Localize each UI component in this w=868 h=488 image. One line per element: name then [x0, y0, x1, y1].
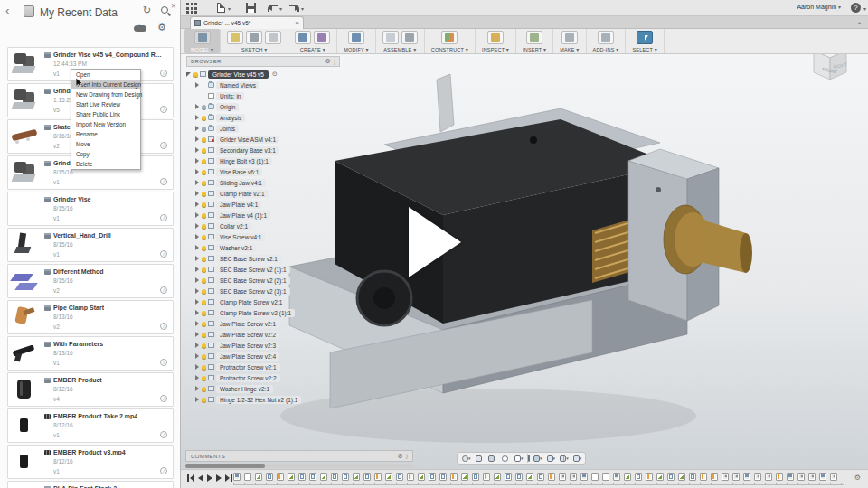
node-label[interactable]: Vise Screw v4:1	[216, 233, 265, 241]
node-label[interactable]: SEC Base Screw v2 (1):1	[216, 266, 290, 274]
browser-tree-row[interactable]: Named Views	[186, 80, 340, 90]
node-label[interactable]: Protractor Screw v2:1	[216, 363, 280, 371]
data-panel-close-icon[interactable]: ×	[171, 1, 176, 11]
timeline-feature-icon[interactable]	[298, 473, 306, 481]
ribbon-group[interactable]: ASSEMBLE ▾	[376, 29, 425, 53]
timeline-feature-icon[interactable]	[429, 473, 436, 481]
info-icon[interactable]: i	[160, 214, 167, 221]
help-icon[interactable]: ?	[851, 3, 861, 13]
expand-triangle-icon[interactable]	[195, 191, 199, 196]
search-icon[interactable]	[161, 6, 168, 14]
step-back-button[interactable]	[198, 474, 203, 482]
timeline-feature-icon[interactable]	[353, 473, 360, 481]
rect-icon[interactable]	[265, 31, 281, 44]
root-node-label[interactable]: Grinder Vise v45 v5	[208, 70, 269, 79]
timeline-feature-icon[interactable]	[613, 473, 620, 481]
node-label[interactable]: Jaw Plate v4 (1):1	[216, 211, 270, 220]
browser-tree-row[interactable]: Vise Screw v4:1	[186, 231, 340, 242]
expand-triangle-icon[interactable]	[195, 234, 199, 239]
video-play-icon[interactable]	[409, 207, 461, 277]
nav-tool[interactable]: ▾	[559, 455, 569, 463]
timeline-feature-icon[interactable]	[331, 473, 338, 481]
visibility-bulb-icon[interactable]	[202, 354, 206, 359]
expand-triangle-icon[interactable]	[195, 375, 199, 380]
box-icon[interactable]	[295, 31, 311, 44]
timeline-feature-icon[interactable]	[732, 473, 740, 481]
node-label[interactable]: Hinge 1/2-32 Hex Nut v2 (1):1	[216, 396, 301, 404]
nav-tool[interactable]: ▾	[487, 455, 497, 463]
ribbon-group[interactable]: SELECT ▾	[626, 29, 664, 53]
timeline-feature-icon[interactable]	[548, 473, 555, 481]
timeline-feature-icon[interactable]	[689, 473, 696, 481]
node-label[interactable]: Origin	[216, 103, 239, 111]
timeline-feature-icon[interactable]	[450, 473, 458, 481]
browser-gear-icon[interactable]: ⚙	[325, 57, 330, 66]
browser-root-row[interactable]: Grinder Vise v45 v5 ⊙	[186, 69, 340, 80]
visibility-bulb-icon[interactable]	[193, 72, 198, 77]
node-label[interactable]: Vise Base v6:1	[216, 168, 262, 176]
visibility-bulb-icon[interactable]	[202, 148, 206, 153]
expand-triangle-icon[interactable]	[195, 82, 199, 88]
visibility-bulb-icon[interactable]	[202, 398, 206, 402]
ribbon-group[interactable]: MAKE ▾	[553, 29, 586, 53]
visibility-bulb-icon[interactable]	[202, 267, 206, 272]
browser-tree-row[interactable]: Washer v2:1	[186, 242, 340, 253]
timeline-feature-icon[interactable]	[494, 473, 501, 481]
nav-tool-icon[interactable]	[572, 455, 580, 463]
visibility-bulb-icon[interactable]	[202, 235, 206, 239]
browser-tree-row[interactable]: Analysis	[186, 112, 340, 123]
visibility-bulb-icon[interactable]	[202, 137, 206, 142]
list-item[interactable]: EMBER Product 8/12/16 v4 i	[7, 372, 174, 407]
timeline-feature-icon[interactable]	[418, 473, 425, 481]
ribbon-group[interactable]: CONSTRUCT ▾	[425, 29, 476, 53]
node-label[interactable]: Clamp Plate Screw v2 (1):1	[216, 309, 295, 317]
undo-icon[interactable]	[268, 5, 278, 12]
comments-gear-icon[interactable]: ⚙	[397, 452, 402, 461]
browser-header[interactable]: BROWSER ⚙ ⟩	[186, 56, 340, 67]
node-label[interactable]: Hinge Bolt v3 (1):1	[216, 157, 272, 165]
timeline-feature-icon[interactable]	[591, 473, 599, 481]
expand-triangle-icon[interactable]	[195, 386, 199, 391]
timeline-feature-icon[interactable]	[266, 473, 273, 481]
expand-triangle-icon[interactable]	[195, 397, 199, 402]
browser-tree-row[interactable]: SEC Base Screw v2:1	[186, 253, 340, 264]
browser-tree-row[interactable]: Sliding Jaw v4:1	[186, 177, 340, 188]
browser-tree-row[interactable]: Jaw Plate Screw v2:2	[186, 329, 340, 340]
lungs-icon[interactable]	[401, 31, 418, 44]
info-icon[interactable]: i	[160, 178, 167, 185]
image-icon[interactable]	[526, 31, 542, 44]
timeline-feature-icon[interactable]	[678, 473, 685, 481]
browser-tree-row[interactable]: Vise Base v6:1	[186, 166, 340, 177]
nav-tool[interactable]: ▾	[501, 455, 511, 463]
browser-tree-row[interactable]: Units: in	[186, 90, 340, 101]
timeline-feature-icon[interactable]	[754, 473, 761, 481]
node-label[interactable]: Analysis	[216, 114, 245, 122]
browser-tree-row[interactable]: Clamp Plate Screw v2:1	[186, 296, 340, 307]
info-icon[interactable]: i	[160, 70, 167, 77]
expand-triangle-icon[interactable]	[195, 104, 199, 109]
browser-tree-row[interactable]: Protractor Screw v2:1	[186, 361, 340, 372]
node-label[interactable]: Jaw Plate v4:1	[216, 201, 261, 209]
ribbon-group[interactable]: MODIFY ▾	[337, 29, 375, 53]
ribbon-group[interactable]: ADD-INS ▾	[587, 29, 627, 53]
context-menu-item[interactable]: New Drawing from Design	[71, 89, 140, 99]
browser-tree-row[interactable]: Clamp Plate Screw v2 (1):1	[186, 307, 340, 318]
visibility-bulb-icon[interactable]	[202, 278, 206, 283]
node-label[interactable]: Joints	[216, 125, 239, 133]
info-icon[interactable]: i	[160, 250, 167, 258]
node-label[interactable]: Clamp Plate v2:1	[216, 190, 269, 198]
nav-tool-icon[interactable]	[461, 455, 469, 463]
list-item[interactable]: Grinder Vise 8/15/16 v1 i	[7, 192, 174, 226]
timeline-scrub-track[interactable]	[233, 483, 844, 485]
list-item[interactable]: PLA-Pin Fast Stack 2 i	[7, 481, 174, 488]
make-icon[interactable]	[561, 31, 578, 44]
browser-root-collapse-icon[interactable]	[186, 72, 191, 77]
timeline-feature-icon[interactable]	[700, 473, 707, 481]
expand-triangle-icon[interactable]	[195, 343, 199, 348]
expand-triangle-icon[interactable]	[195, 212, 199, 218]
timeline-feature-icon[interactable]	[537, 473, 544, 481]
ribbon-group[interactable]: CREATE ▾	[288, 29, 337, 53]
ribbon-group-label[interactable]: ADD-INS ▾	[593, 46, 619, 52]
expand-triangle-icon[interactable]	[195, 288, 199, 294]
ribbon-group-label[interactable]: ASSEMBLE ▾	[383, 46, 416, 52]
